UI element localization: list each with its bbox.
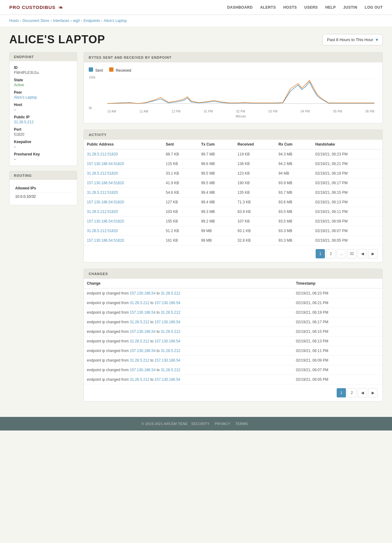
activity-address-link[interactable]: 157.130.186.54:51820: [87, 181, 124, 185]
activity-col-received: Received: [234, 140, 275, 149]
change-to-link[interactable]: 31.28.5.212: [161, 329, 180, 334]
change-to-link[interactable]: 157.130.186.54: [155, 358, 180, 363]
breadcrumb-item-0[interactable]: Hosts: [9, 19, 19, 23]
nav-link-help[interactable]: HELP: [325, 5, 336, 10]
host-value: –: [14, 108, 73, 112]
public-ip-value[interactable]: 31.28.5.212: [14, 120, 73, 124]
activity-sent: 54.6 KB: [163, 188, 198, 197]
change-from-link[interactable]: 157.130.186.54: [130, 310, 156, 315]
changes-page-btn-2[interactable]: 2: [347, 388, 356, 397]
changes-prev-page-btn[interactable]: ◀: [358, 388, 367, 397]
page-btn-2[interactable]: 2: [326, 249, 335, 258]
change-to-link[interactable]: 157.130.186.54: [155, 339, 180, 343]
change-from-link[interactable]: 31.28.5.212: [130, 339, 149, 343]
nav-link-hosts[interactable]: HOSTS: [283, 5, 297, 10]
page-btn-1[interactable]: 1: [316, 249, 325, 258]
change-to-link[interactable]: 157.130.186.54: [155, 320, 180, 324]
activity-row: 31.28.5.212:51820103 KB99.3 MB83.9 KB93.…: [84, 207, 382, 217]
activity-address-link[interactable]: 31.28.5.212:51820: [87, 190, 118, 195]
change-from-link[interactable]: 31.28.5.212: [130, 377, 149, 382]
page-btn-32[interactable]: 32: [347, 249, 356, 258]
activity-tx_cum: 99.3 MB: [198, 207, 234, 217]
nav-link-dashboard[interactable]: DASHBOARD: [227, 5, 253, 10]
change-to-link[interactable]: 31.28.5.212: [161, 291, 180, 295]
activity-handshake: 02/19/21, 06:11 PM: [312, 207, 382, 217]
changes-box: CHANGES ChangeTimestampendpoint ip chang…: [83, 269, 383, 401]
activity-received: 135 KB: [234, 188, 275, 197]
chart-x-label: 11 AM: [139, 110, 148, 113]
change-timestamp: 02/19/21, 06:09 PM: [293, 356, 382, 365]
activity-received: 93.1 KB: [234, 226, 275, 236]
activity-address-link[interactable]: 157.130.186.54:51820: [87, 238, 124, 243]
page-header: ALICE'S LAPTOP Past 8 Hours to This Hour…: [0, 27, 392, 49]
footer-link-terms[interactable]: TERMS: [235, 422, 248, 426]
breadcrumb-item-4[interactable]: Endpoints: [83, 19, 100, 23]
change-from-link[interactable]: 31.28.5.212: [130, 320, 149, 324]
main-content: ENDPOINT ID FWr4PLE3U1u State Active Pee…: [0, 49, 392, 417]
activity-table: Public AddressSentTx CumReceivedRx CumHa…: [84, 140, 382, 245]
left-panel: ENDPOINT ID FWr4PLE3U1u State Active Pee…: [9, 52, 77, 408]
change-to-link[interactable]: 31.28.5.212: [161, 368, 180, 372]
breadcrumb-separator: ›: [101, 19, 103, 23]
activity-address-link[interactable]: 157.130.186.54:51820: [87, 219, 124, 223]
breadcrumb-separator: ›: [81, 19, 82, 23]
breadcrumb-item-2[interactable]: Interfaces: [53, 19, 69, 23]
footer-link-security[interactable]: SECURITY: [191, 422, 210, 426]
activity-address-link[interactable]: 31.28.5.212:51820: [87, 152, 118, 156]
activity-handshake: 02/19/21, 06:13 PM: [312, 197, 382, 207]
activity-row: 31.28.5.212:5182033.1 KB99.5 MB123 KB94 …: [84, 169, 382, 178]
nav-link-users[interactable]: USERS: [304, 5, 318, 10]
activity-address-link[interactable]: 157.130.186.54:51820: [87, 162, 124, 166]
change-from-link[interactable]: 31.28.5.212: [130, 301, 149, 305]
activity-received: 123 KB: [234, 169, 275, 178]
breadcrumb-item-1[interactable]: Document Store: [23, 19, 49, 23]
change-to-link[interactable]: 157.130.186.54: [155, 301, 180, 305]
footer-link-privacy[interactable]: PRIVACY: [215, 422, 230, 426]
state-label: State: [14, 78, 73, 82]
activity-handshake: 02/19/21, 06:21 PM: [312, 159, 382, 169]
change-from-link[interactable]: 157.130.186.54: [130, 329, 156, 334]
change-from-link[interactable]: 157.130.186.54: [130, 368, 156, 372]
activity-address-link[interactable]: 31.28.5.212:51820: [87, 171, 118, 176]
endpoint-panel-body: ID FWr4PLE3U1u State Active Peer Alice's…: [10, 61, 77, 166]
activity-handshake: 02/19/21, 06:17 PM: [312, 178, 382, 188]
prev-page-btn[interactable]: ◀: [358, 249, 367, 258]
activity-tx_cum: 99.4 MB: [198, 188, 234, 197]
breadcrumb-item-5[interactable]: Alice's Laptop: [104, 19, 127, 23]
activity-address-link[interactable]: 31.28.5.212:51820: [87, 210, 118, 214]
next-page-btn[interactable]: ▶: [368, 249, 377, 258]
changes-next-page-btn[interactable]: ▶: [368, 388, 377, 397]
page-btn-...[interactable]: ...: [337, 249, 346, 258]
activity-address-link[interactable]: 157.130.186.54:51820: [87, 200, 124, 204]
nav-link-log out[interactable]: LOG OUT: [365, 5, 383, 10]
time-selector[interactable]: Past 8 Hours to This Hour ▾: [322, 34, 383, 45]
activity-address-link[interactable]: 31.28.5.212:51820: [87, 229, 118, 233]
change-to-link[interactable]: 31.28.5.212: [161, 349, 180, 353]
changes-pagination: 12◀▶: [84, 384, 382, 401]
change-text: endpoint ip changed from 157.130.186.54 …: [84, 365, 293, 375]
change-from-link[interactable]: 157.130.186.54: [130, 291, 156, 295]
changes-row: endpoint ip changed from 31.28.5.212 to …: [84, 317, 382, 327]
change-to-link[interactable]: 31.28.5.212: [161, 310, 180, 315]
activity-row: 31.28.5.212:5182051.2 KB99 MB93.1 KB93.3…: [84, 226, 382, 236]
preshared-key-label: Preshared Key: [14, 152, 73, 156]
keepalive-value: –: [14, 145, 73, 149]
breadcrumb-item-3[interactable]: wg0: [73, 19, 80, 23]
chevron-down-icon: ▾: [376, 37, 378, 43]
activity-tx_cum: 99.7 MB: [198, 149, 234, 159]
activity-sent: 127 KB: [163, 197, 198, 207]
change-from-link[interactable]: 31.28.5.212: [130, 358, 149, 363]
nav-link-justin[interactable]: JUSTIN: [343, 5, 357, 10]
activity-box: ACTIVITY Public AddressSentTx CumReceive…: [83, 129, 383, 262]
change-timestamp: 02/19/21, 06:21 PM: [293, 298, 382, 308]
peer-value[interactable]: Alice's Laptop: [14, 95, 73, 100]
change-from-link[interactable]: 157.130.186.54: [130, 349, 156, 353]
nav-link-alerts[interactable]: ALERTS: [260, 5, 276, 10]
activity-rx_cum: 93.5 MB: [275, 207, 312, 217]
change-to-link[interactable]: 157.130.186.54: [155, 377, 180, 382]
activity-tx_cum: 99.2 MB: [198, 217, 234, 226]
changes-page-btn-1[interactable]: 1: [337, 388, 346, 397]
activity-col-rx-cum: Rx Cum: [275, 140, 312, 149]
changes-table: ChangeTimestampendpoint ip changed from …: [84, 279, 382, 384]
sent-color-swatch: [89, 67, 93, 72]
